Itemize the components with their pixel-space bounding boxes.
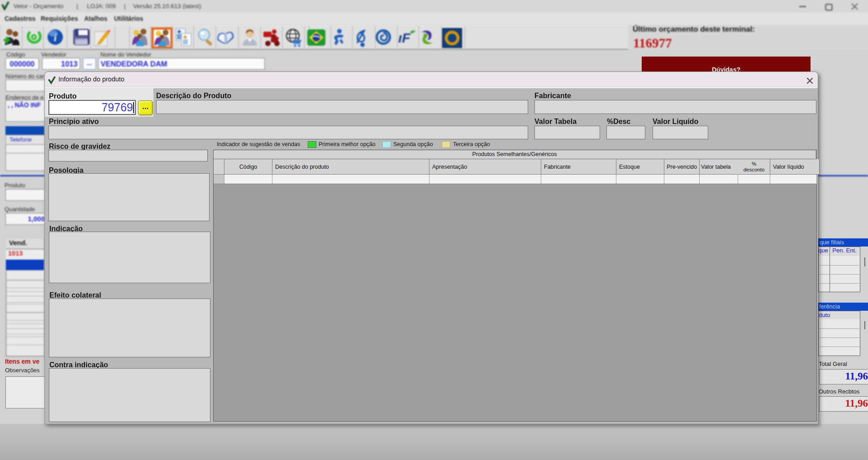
svg-text:ıF: ıF — [398, 30, 410, 45]
svg-text:i: i — [54, 32, 57, 43]
